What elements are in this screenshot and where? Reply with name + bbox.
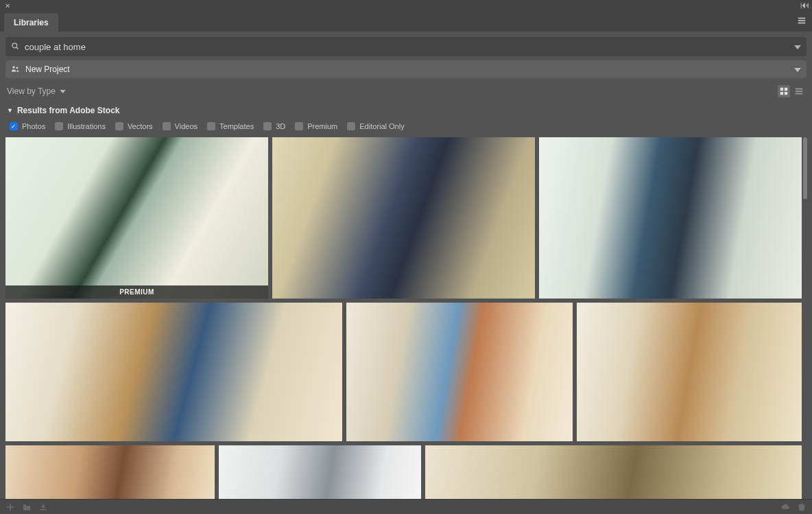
scrollbar-thumb[interactable] [803,137,807,199]
results-header-label: Results from Adobe Stock [17,106,120,115]
stock-thumbnail[interactable] [346,303,573,441]
svg-line-4 [16,47,19,49]
chevron-down-icon[interactable] [794,66,801,73]
close-icon[interactable]: ✕ [3,1,12,10]
search-input[interactable] [25,42,789,52]
svg-rect-10 [785,92,787,95]
checkbox-icon [55,122,63,130]
collapse-panel-icon[interactable] [800,1,809,10]
results-row: PREMIUM [5,137,802,299]
layout-toggle [778,85,805,97]
library-name: New Project [25,65,70,74]
checkbox-icon [347,122,355,130]
thumbnail-image [5,303,342,441]
panel-body: New Project View by Type ▼ [0,32,812,499]
panel-top-strip: ✕ [0,0,812,11]
view-by-label: View by Type [7,86,56,96]
stock-thumbnail[interactable] [272,137,535,299]
thumbnail-image [5,445,215,499]
trash-icon[interactable] [797,502,807,512]
svg-rect-16 [40,509,47,510]
filter-vectors[interactable]: Vectors [115,122,153,130]
svg-rect-2 [798,22,806,23]
search-bar[interactable] [5,37,807,56]
svg-rect-7 [780,88,783,91]
stock-thumbnail[interactable] [5,303,342,441]
thumbnail-image [219,445,421,499]
svg-rect-13 [796,93,803,95]
thumbnail-image [346,303,573,441]
import-icon[interactable] [38,502,48,512]
svg-rect-12 [796,91,803,92]
list-view-icon[interactable] [793,85,805,97]
checkbox-icon [207,122,215,130]
stock-thumbnail[interactable] [219,445,421,499]
view-by-dropdown[interactable]: View by Type [7,86,66,96]
svg-rect-0 [798,17,806,19]
results-section-header[interactable]: ▼ Results from Adobe Stock [5,104,807,117]
filter-row: ✓Photos Illustrations Vectors Videos Tem… [5,121,807,133]
svg-rect-15 [7,506,14,508]
svg-point-5 [12,66,15,69]
svg-point-3 [12,43,17,47]
thumbnail-image [539,137,802,299]
filter-label: Templates [219,122,254,130]
stock-thumbnail[interactable] [577,303,802,441]
filter-photos[interactable]: ✓Photos [10,122,45,130]
premium-badge: PREMIUM [5,285,268,299]
tab-bar: Libraries [0,11,812,32]
filter-premium[interactable]: Premium [295,122,337,130]
thumbnail-image [5,137,268,299]
grid-view-icon[interactable] [778,85,790,97]
filter-3d[interactable]: 3D [263,122,285,130]
checkbox-icon: ✓ [10,122,18,130]
library-selector[interactable]: New Project [5,60,807,78]
people-icon [11,65,20,75]
results-grid: PREMIUM [5,137,802,499]
stock-thumbnail[interactable] [425,445,802,499]
filter-label: Photos [22,122,45,130]
stock-thumbnail[interactable] [5,445,215,499]
filter-label: Vectors [128,122,153,130]
thumbnail-image [425,445,802,499]
stock-thumbnail[interactable]: PREMIUM [5,137,268,299]
filter-templates[interactable]: Templates [207,122,254,130]
checkbox-icon [263,122,272,130]
panel-menu-icon[interactable] [797,16,807,27]
filter-label: Editorial Only [359,122,404,130]
libraries-folder-icon[interactable] [22,502,32,512]
add-content-icon[interactable] [5,502,15,512]
cloud-sync-icon[interactable] [780,502,790,512]
libraries-panel: ✕ Libraries New Project [0,0,812,514]
filter-illustrations[interactable]: Illustrations [55,122,106,130]
tab-libraries[interactable]: Libraries [4,13,58,32]
checkbox-icon [295,122,303,130]
checkbox-icon [163,122,171,130]
svg-rect-8 [785,88,787,91]
search-dropdown-icon[interactable] [794,43,801,51]
view-options-row: View by Type [5,82,807,100]
bottom-toolbar [0,499,812,514]
svg-rect-9 [780,92,783,95]
results-area: PREMIUM [5,137,809,499]
results-row [5,303,802,441]
thumbnail-image [272,137,535,299]
filter-label: Illustrations [67,122,106,130]
scrollbar[interactable] [803,137,807,499]
thumbnail-image [577,303,802,441]
svg-point-6 [16,67,18,69]
search-icon [11,42,19,52]
svg-rect-11 [796,89,803,90]
results-row [5,445,802,499]
checkbox-icon [115,122,123,130]
filter-editorial-only[interactable]: Editorial Only [347,122,404,130]
svg-rect-1 [798,20,806,21]
filter-label: Premium [307,122,337,130]
disclosure-triangle-icon: ▼ [7,107,13,114]
filter-label: Videos [175,122,198,130]
filter-videos[interactable]: Videos [163,122,198,130]
chevron-down-icon [60,88,66,95]
stock-thumbnail[interactable] [539,137,802,299]
filter-label: 3D [276,122,285,130]
